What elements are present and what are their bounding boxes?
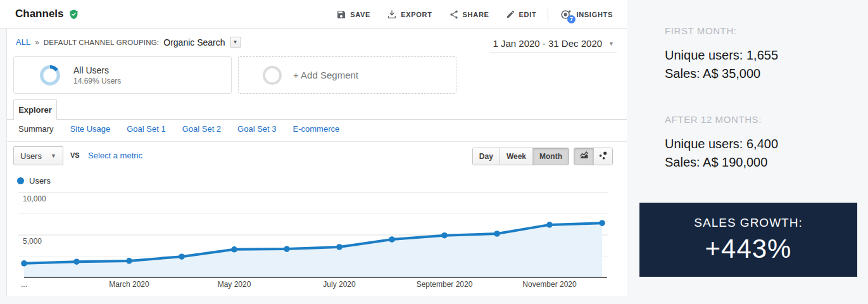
report-header: Channels SAVE EXPORT SHARE EDIT 7 INSI [0, 0, 627, 28]
export-button[interactable]: EXPORT [382, 6, 437, 23]
segment-card-all-users[interactable]: All Users 14.69% Users [13, 56, 232, 94]
add-segment-ring-icon [263, 66, 282, 85]
granularity-day-button[interactable]: Day [473, 148, 500, 165]
svg-text:July 2020: July 2020 [323, 280, 356, 289]
metric-selector[interactable]: Users ▼ [13, 146, 63, 165]
subtab-summary[interactable]: Summary [18, 124, 54, 134]
download-icon [387, 10, 397, 20]
insights-button[interactable]: 7 INSIGHTS [555, 4, 618, 25]
report-card: ALL » DEFAULT CHANNEL GROUPING: Organic … [6, 29, 627, 296]
insights-badge: 7 [567, 15, 576, 23]
line-chart-toggle[interactable] [574, 148, 593, 165]
svg-text:...: ... [21, 280, 27, 289]
after-12-months-section: AFTER 12 MONTHS: Unique users: 6,400 Sal… [665, 114, 778, 172]
subtab-site-usage[interactable]: Site Usage [70, 124, 111, 134]
stats-panel: FIRST MONTH: Unique users: 1,655 Sales: … [627, 0, 868, 304]
legend-dot-icon [17, 177, 24, 184]
svg-text:September 2020: September 2020 [417, 280, 473, 289]
add-segment-label: + Add Segment [293, 70, 358, 80]
grouping-dropdown-button[interactable]: ▼ [230, 37, 241, 48]
granularity-toggle: Day Week Month [472, 148, 569, 165]
svg-text:November 2020: November 2020 [522, 280, 577, 289]
date-range-selector[interactable]: 1 Jan 2020 - 31 Dec 2020 ▼ [490, 37, 617, 53]
sales-growth-box: SALES GROWTH: +443% [639, 203, 857, 277]
line-chart-icon [579, 150, 589, 163]
verified-shield-icon [68, 9, 79, 20]
users-over-time-chart: 5,00010,000...March 2020May 2020July 202… [13, 189, 616, 291]
date-range-value: 1 Jan 2020 - 31 Dec 2020 [493, 38, 602, 49]
subtab-bar: Summary Site Usage Goal Set 1 Goal Set 2… [18, 124, 339, 134]
tab-explorer[interactable]: Explorer [13, 99, 57, 120]
subtab-bar-line [7, 141, 627, 142]
svg-text:May 2020: May 2020 [218, 280, 251, 289]
metric-bar: Users ▼ VS Select a metric Day Week Mont… [7, 146, 627, 167]
segment-title: All Users [73, 65, 121, 75]
save-button[interactable]: SAVE [331, 6, 375, 23]
motion-chart-toggle[interactable] [593, 148, 612, 165]
breadcrumb-grouping-value: Organic Search [163, 37, 225, 48]
svg-text:March 2020: March 2020 [109, 280, 149, 289]
chevron-down-icon: ▼ [51, 153, 56, 159]
growth-value: +443% [705, 234, 792, 264]
stat-line-unique-users: Unique users: 6,400 [665, 135, 778, 153]
legend-label: Users [29, 176, 51, 186]
chevron-down-icon: ▼ [233, 39, 238, 45]
first-month-section: FIRST MONTH: Unique users: 1,655 Sales: … [665, 25, 778, 83]
chevron-down-icon: ▼ [608, 41, 614, 47]
users-chart-svg[interactable]: 5,00010,000...March 2020May 2020July 202… [13, 189, 616, 291]
save-icon [336, 10, 346, 20]
segment-subtitle: 14.69% Users [73, 77, 121, 86]
subtab-goal-set-3[interactable]: Goal Set 3 [237, 124, 276, 134]
svg-text:5,000: 5,000 [23, 237, 42, 246]
vs-label: VS [70, 151, 80, 159]
tab-bar-line [7, 119, 627, 120]
toolbar: SAVE EXPORT SHARE EDIT 7 INSIGHTS [331, 0, 618, 28]
share-button[interactable]: SHARE [444, 6, 494, 23]
breadcrumb-all-link[interactable]: ALL [16, 37, 30, 47]
subtab-goal-set-1[interactable]: Goal Set 1 [127, 124, 165, 134]
add-segment-card[interactable]: + Add Segment [238, 56, 456, 94]
insights-icon: 7 [560, 8, 572, 21]
chart-type-toggle [574, 148, 613, 165]
subtab-goal-set-2[interactable]: Goal Set 2 [182, 124, 221, 134]
stat-heading: FIRST MONTH: [665, 25, 778, 36]
granularity-week-button[interactable]: Week [500, 148, 532, 165]
page-title: Channels [15, 8, 79, 20]
motion-chart-icon [598, 150, 608, 163]
breadcrumb-grouping-label: DEFAULT CHANNEL GROUPING: [44, 39, 159, 46]
edit-button[interactable]: EDIT [501, 6, 542, 23]
page-title-text: Channels [15, 8, 64, 20]
segment-donut-icon [38, 63, 62, 87]
pencil-icon [506, 10, 515, 19]
growth-heading: SALES GROWTH: [694, 216, 802, 230]
breadcrumb: ALL » DEFAULT CHANNEL GROUPING: Organic … [16, 37, 241, 48]
share-icon [449, 10, 459, 20]
metric-selector-value: Users [20, 151, 42, 161]
stat-heading: AFTER 12 MONTHS: [665, 114, 778, 125]
users-legend: Users [17, 176, 51, 186]
granularity-month-button[interactable]: Month [532, 148, 569, 165]
stat-line-sales: Sales: A$ 35,000 [665, 65, 778, 83]
toolbar-divider [548, 7, 548, 22]
svg-text:10,000: 10,000 [23, 194, 46, 203]
subtab-ecommerce[interactable]: E-commerce [293, 124, 340, 134]
stat-line-unique-users: Unique users: 1,655 [665, 46, 778, 65]
select-metric-link[interactable]: Select a metric [88, 151, 142, 160]
breadcrumb-separator: » [35, 38, 39, 47]
stat-line-sales: Sales: A$ 190,000 [665, 153, 778, 172]
